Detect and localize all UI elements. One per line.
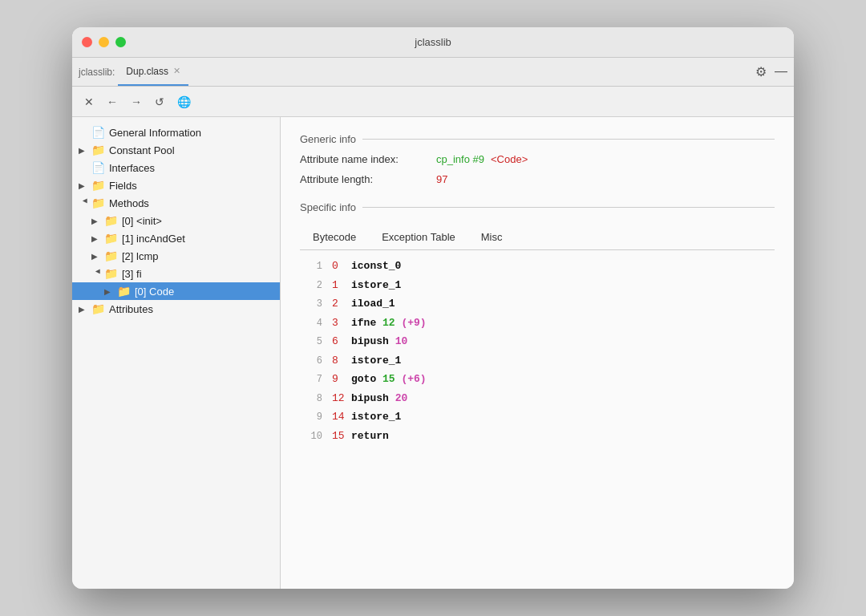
bc-linenum: 5 — [300, 334, 322, 349]
main-content: 📄 General Information ▶ 📁 Constant Pool … — [72, 117, 794, 589]
bc-offset: 1 — [332, 278, 351, 294]
tab-bytecode[interactable]: Bytecode — [300, 226, 369, 249]
bc-instruction: iconst_0 — [351, 258, 401, 274]
tree-arrow-init: ▶ — [91, 217, 104, 225]
tab-close-icon[interactable]: ✕ — [173, 66, 180, 76]
folder-icon-init: 📁 — [104, 214, 118, 227]
back-button[interactable]: ← — [103, 93, 122, 111]
title-bar: jclasslib — [72, 27, 794, 58]
bc-offset: 8 — [332, 353, 351, 369]
sidebar-item-general-info[interactable]: 📄 General Information — [72, 124, 280, 141]
sidebar-label-methods: Methods — [109, 197, 149, 209]
bc-arg: 20 — [395, 391, 408, 407]
sidebar-label-incandget: [1] incAndGet — [122, 233, 185, 245]
sidebar-label-fields: Fields — [109, 180, 137, 192]
maximize-button[interactable] — [115, 37, 126, 47]
tab-dup-class[interactable]: Dup.class ✕ — [118, 58, 188, 86]
bc-linenum: 3 — [300, 297, 322, 311]
bytecode-row: 812bipush 20 — [300, 389, 775, 408]
window-title: jclasslib — [415, 36, 451, 48]
bc-arg: 10 — [395, 334, 408, 350]
sidebar-label-lcmp: [2] lcmp — [122, 250, 159, 262]
attr-length-row: Attribute length: 97 — [300, 173, 775, 185]
tree-arrow-incandget: ▶ — [91, 234, 104, 243]
bytecode-row: 32iload_1 — [300, 294, 775, 314]
tree-arrow-fields: ▶ — [79, 181, 91, 190]
bc-instruction: return — [351, 428, 389, 444]
sidebar-label-init: [0] <init> — [122, 215, 162, 227]
tree-arrow-interfaces — [79, 164, 91, 172]
tree-arrow-lcmp: ▶ — [91, 252, 104, 261]
bytecode-row: 43ifne 12 (+9) — [300, 314, 775, 333]
attr-length-value: 97 — [436, 173, 447, 185]
folder-icon-attributes: 📁 — [91, 302, 105, 315]
sidebar-item-method-init[interactable]: ▶ 📁 [0] <init> — [72, 212, 280, 229]
sidebar-item-code[interactable]: ▶ 📁 [0] Code — [72, 282, 280, 300]
bytecode-row: 914istore_1 — [300, 407, 775, 427]
sidebar-label-general-info: General Information — [109, 127, 201, 139]
sidebar-item-method-fi[interactable]: ▼ 📁 [3] fi — [72, 265, 280, 282]
tree-arrow-code: ▶ — [104, 287, 117, 296]
file-icon: 📄 — [91, 126, 105, 139]
bytecode-row: 10iconst_0 — [300, 257, 775, 276]
tab-bar-actions: ⚙ — — [755, 64, 787, 79]
minimize-button[interactable] — [99, 37, 109, 47]
close-tab-button[interactable]: ✕ — [80, 93, 98, 111]
bytecode-row: 79goto 15 (+6) — [300, 370, 775, 389]
attr-name-row: Attribute name index: cp_info #9 <Code> — [300, 153, 775, 165]
sidebar-item-method-incandget[interactable]: ▶ 📁 [1] incAndGet — [72, 229, 280, 247]
minimize-icon[interactable]: — — [775, 64, 787, 79]
specific-info-header: Specific info — [300, 201, 775, 213]
settings-icon[interactable]: ⚙ — [755, 64, 767, 79]
tab-bar: jclasslib: Dup.class ✕ ⚙ — — [72, 58, 794, 87]
folder-icon-methods: 📁 — [91, 197, 105, 209]
tab-exception-table[interactable]: Exception Table — [369, 226, 468, 249]
folder-icon-incandget: 📁 — [104, 232, 118, 245]
sidebar-label-attributes: Attributes — [109, 303, 153, 315]
main-window: jclasslib jclasslib: Dup.class ✕ ⚙ — ✕ ←… — [72, 27, 794, 589]
refresh-button[interactable]: ↺ — [151, 93, 168, 111]
sidebar-item-interfaces[interactable]: 📄 Interfaces — [72, 159, 280, 176]
generic-info-header: Generic info — [300, 133, 775, 145]
file-icon-interfaces: 📄 — [91, 161, 105, 174]
window-controls — [82, 37, 126, 47]
bc-offset: 6 — [332, 334, 351, 350]
close-button[interactable] — [82, 37, 92, 47]
attr-length-label: Attribute length: — [300, 173, 436, 185]
bc-instruction: istore_1 — [351, 409, 401, 425]
sidebar-item-methods[interactable]: ▼ 📁 Methods — [72, 194, 280, 212]
bytecode-row: 1015return — [300, 427, 775, 446]
tab-misc[interactable]: Misc — [468, 226, 516, 249]
sidebar-label-code: [0] Code — [135, 286, 174, 298]
forward-button[interactable]: → — [127, 93, 146, 111]
sidebar-label-fi: [3] fi — [122, 268, 142, 280]
browser-button[interactable]: 🌐 — [173, 93, 195, 111]
bc-instruction: istore_1 — [351, 353, 401, 369]
tree-arrow-methods: ▼ — [81, 197, 90, 209]
sidebar-item-constant-pool[interactable]: ▶ 📁 Constant Pool — [72, 141, 280, 159]
bytecode-row: 21istore_1 — [300, 276, 775, 295]
folder-icon: 📁 — [91, 144, 105, 156]
toolbar: ✕ ← → ↺ 🌐 — [72, 87, 794, 117]
bc-arg: 15 — [382, 371, 395, 387]
sidebar-item-attributes[interactable]: ▶ 📁 Attributes — [72, 300, 280, 318]
bc-linenum: 6 — [300, 354, 322, 368]
attr-name-link[interactable]: cp_info #9 — [436, 153, 484, 165]
bc-instruction: istore_1 — [351, 278, 401, 294]
bc-linenum: 10 — [300, 429, 322, 444]
bc-offset: 0 — [332, 258, 351, 274]
bc-linenum: 2 — [300, 278, 322, 293]
bc-linenum: 7 — [300, 372, 322, 387]
bc-offset: 9 — [332, 371, 351, 387]
tree-arrow-constant-pool: ▶ — [79, 146, 91, 155]
attr-name-code: <Code> — [491, 153, 528, 165]
tab-prefix: jclasslib: — [79, 67, 115, 78]
bc-instruction: ifne — [351, 315, 376, 331]
sidebar-item-fields[interactable]: ▶ 📁 Fields — [72, 176, 280, 194]
bc-linenum: 1 — [300, 259, 322, 274]
sidebar-item-method-lcmp[interactable]: ▶ 📁 [2] lcmp — [72, 247, 280, 265]
attr-name-label: Attribute name index: — [300, 153, 436, 165]
tab-label: Dup.class — [126, 66, 168, 77]
sidebar-label-interfaces: Interfaces — [109, 162, 155, 174]
folder-icon-code: 📁 — [117, 285, 131, 298]
